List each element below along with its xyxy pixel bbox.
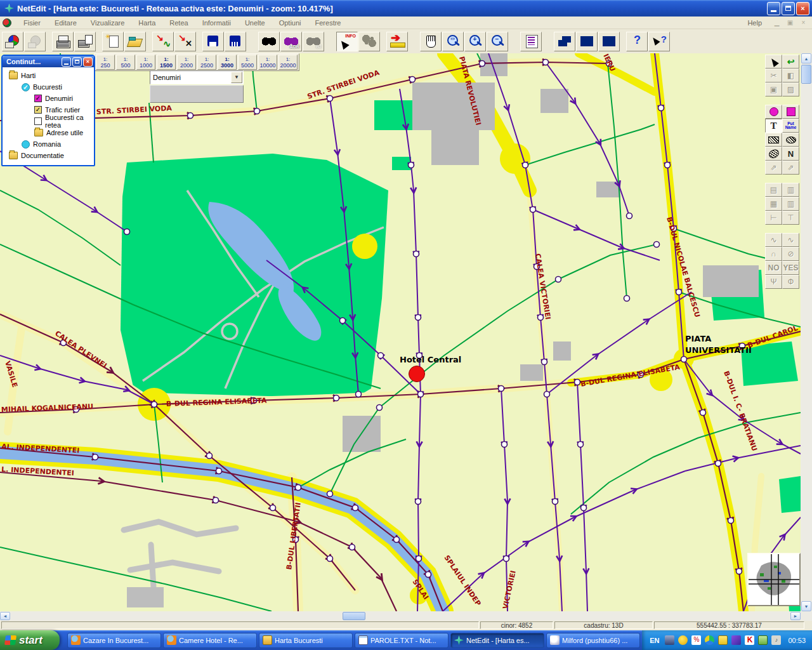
network-node[interactable] [523,162,528,168]
tree-item-harti[interactable]: Harti [5,70,93,81]
restore-button[interactable] [782,2,795,15]
save-button[interactable] [202,32,224,51]
menu-unelte[interactable]: Unelte [238,18,272,28]
put-name-tool-button[interactable]: PutName [782,119,799,133]
scale-1-1000-button[interactable]: 1:1000 [136,55,155,70]
network-node[interactable] [728,518,734,524]
network-node[interactable] [327,96,333,102]
menu-ferestre[interactable]: Ferestre [308,18,348,28]
network-node[interactable] [254,109,260,114]
scroll-up-icon[interactable]: ▲ [801,53,811,63]
draw-area-button[interactable] [782,105,799,119]
network-node[interactable] [353,505,358,511]
scale-1-5000-button[interactable]: 1:5000 [238,55,257,70]
window-cascade-button[interactable] [554,32,575,51]
network-node[interactable] [544,392,550,397]
menu-harta[interactable]: Harta [131,18,162,28]
tree-item-bucuresti-ca-retea[interactable]: Bucuresti ca retea [5,116,93,127]
scroll-left-icon[interactable]: ◄ [0,612,10,620]
volume-tray-icon[interactable]: ♪ [771,635,781,645]
network-node[interactable] [152,402,157,408]
network-node[interactable] [665,162,671,168]
new-document-button[interactable] [102,32,124,51]
open-folder-button[interactable] [124,32,146,51]
network-node[interactable] [676,289,682,295]
menu-optiuni[interactable]: Optiuni [272,18,308,28]
network-node[interactable] [409,162,414,168]
vertical-scrollbar[interactable]: ▲ ▼ [801,53,812,611]
network-node[interactable] [416,556,422,562]
zoom-out-button[interactable] [487,32,508,51]
delete-network-button[interactable] [174,32,196,51]
task-milford-pushtiu66[interactable]: Milford (pushtiu66) ... [546,633,640,648]
menu-help[interactable]: Help [741,18,768,28]
network-node[interactable] [553,499,558,505]
window-tile-button[interactable] [576,32,598,51]
vertical-scroll-thumb[interactable] [801,65,811,84]
print-copy-button[interactable] [74,32,96,51]
find-button[interactable] [258,32,280,51]
tree-item-bucuresti[interactable]: Bucuresti [5,81,93,93]
map-new-button[interactable] [2,32,23,51]
import-network-button[interactable] [152,32,174,51]
menu-fisier[interactable]: Fisier [16,18,48,28]
mail-tray-icon[interactable] [758,635,768,645]
network-node[interactable] [216,468,222,474]
horizontal-scroll-thumb[interactable] [343,612,365,620]
draw-node-button[interactable] [765,105,782,119]
task-camere-hotel-re[interactable]: Camere Hotel - Re... [163,633,257,648]
scale-1-10000-button[interactable]: 1:10000 [258,55,277,70]
mdi-child-icon[interactable] [3,18,11,27]
tree-item-romania[interactable]: Romania [5,138,93,150]
close-button[interactable]: × [796,2,809,15]
map-canvas[interactable]: STR. STIRBEI VODASTR. STIRBEI VODAPIATA … [0,53,801,611]
network-node[interactable] [581,505,587,511]
network-node[interactable] [418,392,424,397]
hatch-polygon-button[interactable] [765,147,782,161]
mdi-minimize-icon[interactable]: ▁ [772,19,782,26]
network-node[interactable] [542,359,547,365]
scroll-down-icon[interactable]: ▼ [801,601,811,611]
hatch-rect-button[interactable] [765,133,782,147]
network-node[interactable] [627,213,632,219]
select-pointer-button[interactable] [765,55,782,69]
panel-minimize-button[interactable] [62,57,71,67]
map-viewport[interactable]: STR. STIRBEI VODASTR. STIRBEI VODAPIATA … [0,53,801,611]
scale-1-2500-button[interactable]: 1:2500 [197,55,216,70]
info-pointer-button[interactable]: INFO [336,32,358,51]
zoom-window-button[interactable] [442,32,464,51]
active-network-combo[interactable]: Denumiri ▼ [150,70,244,84]
network-node[interactable] [681,357,687,362]
horizontal-scrollbar[interactable]: ◄ ► [0,611,801,621]
network-node[interactable] [578,442,584,448]
panel-maximize-button[interactable] [72,57,82,67]
network-node[interactable] [327,556,333,562]
draw-polyline-button[interactable]: N [782,147,799,161]
scale-1-250-button[interactable]: 1:250 [96,55,115,70]
network-node[interactable] [350,545,355,550]
scroll-right-icon[interactable]: ► [790,612,801,620]
network-node[interactable] [207,453,213,459]
network-node[interactable] [340,318,346,324]
kaspersky-tray-icon[interactable]: K [745,635,754,645]
help-context-button[interactable] [648,32,670,51]
chevron-down-icon[interactable]: ▼ [231,72,242,83]
undo-button[interactable]: ↩ [782,55,799,69]
network-node[interactable] [377,405,383,411]
menu-vizualizare[interactable]: Vizualizare [84,18,132,28]
tree-item-adrese-utile[interactable]: Adrese utile [5,127,93,138]
network-node[interactable] [556,277,561,282]
smiley-tray-icon[interactable] [678,635,688,645]
scale-1-500-button[interactable]: 1:500 [116,55,135,70]
scale-1-1500-button[interactable]: 1:1500 [157,55,176,70]
task-netedit-harta-es[interactable]: NetEdit - [Harta es... [450,633,544,648]
language-indicator[interactable]: EN [650,637,659,644]
network-node[interactable] [502,442,508,448]
network-node[interactable] [504,556,509,562]
network-node[interactable] [538,315,544,321]
network-node[interactable] [716,461,721,467]
network-node[interactable] [543,60,549,65]
overview-minimap[interactable] [747,553,801,606]
help-button[interactable] [626,32,648,51]
save-as-button[interactable] [225,32,246,51]
